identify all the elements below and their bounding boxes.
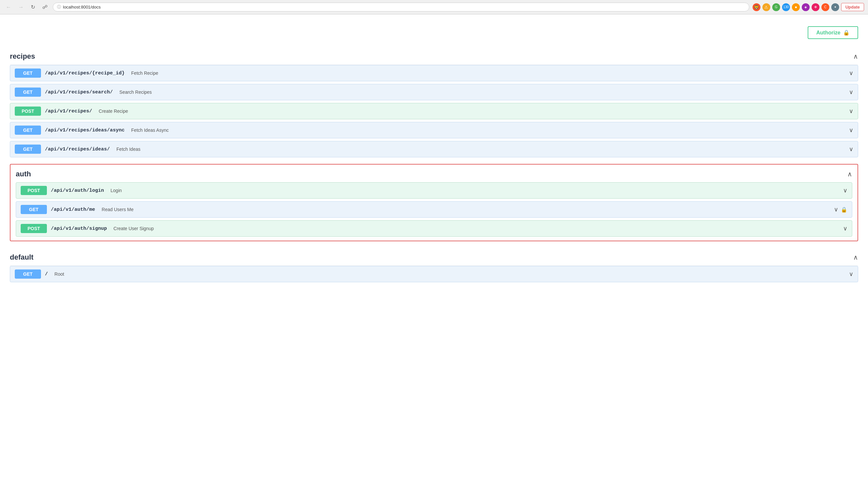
endpoint-path-auth-0: /api/v1/auth/login (51, 188, 104, 193)
endpoint-path-default-0: / (45, 271, 48, 277)
sections-container: recipes∧GET/api/v1/recipes/{recipe_id}Fe… (10, 47, 858, 282)
endpoint-path-recipes-4: /api/v1/recipes/ideas/ (45, 147, 110, 152)
url-text: localhost:8001/docs (63, 4, 101, 10)
section-collapse-icon-auth: ∧ (847, 170, 852, 178)
endpoint-right-recipes-0: ∨ (849, 69, 853, 77)
brave-shield-icon[interactable]: 🦁 (753, 3, 761, 11)
endpoint-row-recipes-2[interactable]: POST/api/v1/recipes/Create Recipe∨ (10, 103, 858, 119)
update-button[interactable]: Update (841, 3, 864, 11)
endpoint-left-auth-0: POST/api/v1/auth/loginLogin (21, 186, 843, 195)
ext7-icon[interactable]: ✦ (831, 3, 839, 11)
forward-button[interactable]: → (16, 4, 25, 11)
ext1-icon[interactable]: G (772, 3, 780, 11)
endpoint-desc-recipes-2: Create Recipe (99, 108, 128, 114)
endpoint-path-recipes-3: /api/v1/recipes/ideas/async (45, 127, 125, 133)
endpoint-desc-recipes-3: Fetch Ideas Async (131, 127, 169, 133)
back-button[interactable]: ← (4, 4, 13, 11)
endpoint-row-recipes-3[interactable]: GET/api/v1/recipes/ideas/asyncFetch Idea… (10, 122, 858, 138)
endpoint-row-recipes-1[interactable]: GET/api/v1/recipes/search/Search Recipes… (10, 84, 858, 100)
authorize-button[interactable]: Authorize 🔒 (808, 26, 858, 39)
endpoint-desc-recipes-4: Fetch Ideas (116, 147, 140, 152)
section-title-recipes: recipes (10, 52, 35, 61)
endpoint-chevron-default-0: ∨ (849, 270, 853, 278)
endpoint-chevron-auth-0: ∨ (843, 187, 847, 194)
endpoint-chevron-auth-2: ∨ (843, 225, 847, 232)
address-bar[interactable]: ⓘ localhost:8001/docs (53, 3, 749, 12)
ext4-icon[interactable]: ◈ (802, 3, 810, 11)
ext3-icon[interactable]: ■ (792, 3, 800, 11)
endpoint-left-recipes-3: GET/api/v1/recipes/ideas/asyncFetch Idea… (15, 125, 849, 135)
section-collapse-icon-default: ∧ (853, 253, 858, 261)
section-collapse-icon-recipes: ∧ (853, 52, 858, 60)
method-badge-recipes-1: GET (15, 87, 41, 97)
endpoint-chevron-auth-1: ∨ (834, 206, 838, 213)
bookmark-button[interactable]: ☍ (40, 3, 50, 11)
endpoint-left-recipes-2: POST/api/v1/recipes/Create Recipe (15, 106, 849, 116)
endpoint-right-auth-0: ∨ (843, 187, 847, 194)
endpoint-lock-icon-auth-1: 🔒 (841, 206, 847, 213)
browser-extensions: 🦁 ⚠ G 130 ■ ◈ ❉ C ✦ Update (753, 3, 864, 11)
warning-icon[interactable]: ⚠ (762, 3, 770, 11)
method-badge-recipes-0: GET (15, 69, 41, 78)
endpoint-chevron-recipes-0: ∨ (849, 69, 853, 77)
endpoint-path-auth-2: /api/v1/auth/signup (51, 226, 107, 232)
endpoint-desc-default-0: Root (54, 271, 64, 277)
section-auth: auth∧POST/api/v1/auth/loginLogin∨GET/api… (10, 164, 858, 241)
section-header-auth[interactable]: auth∧ (16, 169, 852, 182)
endpoint-row-auth-2[interactable]: POST/api/v1/auth/signupCreate User Signu… (16, 220, 852, 237)
endpoint-row-default-0[interactable]: GET/Root∨ (10, 266, 858, 282)
endpoint-right-recipes-4: ∨ (849, 146, 853, 153)
section-title-auth: auth (16, 170, 31, 178)
endpoint-path-recipes-2: /api/v1/recipes/ (45, 108, 92, 114)
authorize-area: Authorize 🔒 (10, 21, 858, 47)
section-recipes: recipes∧GET/api/v1/recipes/{recipe_id}Fe… (10, 47, 858, 157)
endpoint-left-recipes-0: GET/api/v1/recipes/{recipe_id}Fetch Reci… (15, 69, 849, 78)
endpoint-chevron-recipes-4: ∨ (849, 146, 853, 153)
page-content: Authorize 🔒 recipes∧GET/api/v1/recipes/{… (0, 14, 868, 295)
endpoint-chevron-recipes-1: ∨ (849, 88, 853, 96)
endpoint-left-auth-1: GET/api/v1/auth/meRead Users Me (21, 205, 834, 214)
authorize-lock-icon: 🔒 (843, 30, 850, 36)
endpoint-desc-recipes-1: Search Recipes (119, 89, 152, 95)
ext6-icon[interactable]: C (821, 3, 829, 11)
ext2-icon[interactable]: 130 (782, 3, 790, 11)
endpoint-right-recipes-1: ∨ (849, 88, 853, 96)
authorize-label: Authorize (816, 30, 840, 36)
endpoint-path-recipes-1: /api/v1/recipes/search/ (45, 89, 113, 95)
endpoint-row-recipes-4[interactable]: GET/api/v1/recipes/ideas/Fetch Ideas∨ (10, 141, 858, 157)
endpoint-left-default-0: GET/Root (15, 270, 849, 279)
endpoint-chevron-recipes-2: ∨ (849, 107, 853, 115)
reload-button[interactable]: ↻ (29, 3, 37, 11)
endpoint-left-auth-2: POST/api/v1/auth/signupCreate User Signu… (21, 224, 843, 233)
method-badge-auth-0: POST (21, 186, 47, 195)
endpoint-row-recipes-0[interactable]: GET/api/v1/recipes/{recipe_id}Fetch Reci… (10, 65, 858, 81)
endpoint-right-auth-2: ∨ (843, 225, 847, 232)
endpoint-desc-auth-1: Read Users Me (102, 207, 134, 212)
method-badge-auth-1: GET (21, 205, 47, 214)
endpoint-left-recipes-4: GET/api/v1/recipes/ideas/Fetch Ideas (15, 144, 849, 154)
endpoint-chevron-recipes-3: ∨ (849, 126, 853, 134)
endpoint-left-recipes-1: GET/api/v1/recipes/search/Search Recipes (15, 87, 849, 97)
endpoint-path-auth-1: /api/v1/auth/me (51, 207, 95, 212)
section-title-default: default (10, 253, 33, 261)
endpoint-row-auth-1[interactable]: GET/api/v1/auth/meRead Users Me∨🔒 (16, 201, 852, 218)
endpoint-desc-auth-0: Login (110, 188, 122, 193)
method-badge-recipes-4: GET (15, 144, 41, 154)
ext5-icon[interactable]: ❉ (812, 3, 819, 11)
method-badge-default-0: GET (15, 270, 41, 279)
endpoint-desc-recipes-0: Fetch Recipe (131, 70, 158, 76)
endpoint-path-recipes-0: /api/v1/recipes/{recipe_id} (45, 70, 125, 76)
section-header-recipes[interactable]: recipes∧ (10, 47, 858, 65)
endpoint-right-recipes-2: ∨ (849, 107, 853, 115)
endpoint-right-default-0: ∨ (849, 270, 853, 278)
section-header-default[interactable]: default∧ (10, 248, 858, 266)
method-badge-recipes-3: GET (15, 125, 41, 135)
endpoint-right-recipes-3: ∨ (849, 126, 853, 134)
endpoint-desc-auth-2: Create User Signup (114, 226, 154, 231)
method-badge-recipes-2: POST (15, 106, 41, 116)
method-badge-auth-2: POST (21, 224, 47, 233)
browser-chrome: ← → ↻ ☍ ⓘ localhost:8001/docs 🦁 ⚠ G 130 … (0, 0, 868, 14)
security-icon: ⓘ (57, 4, 61, 10)
endpoint-row-auth-0[interactable]: POST/api/v1/auth/loginLogin∨ (16, 182, 852, 199)
section-default: default∧GET/Root∨ (10, 248, 858, 282)
